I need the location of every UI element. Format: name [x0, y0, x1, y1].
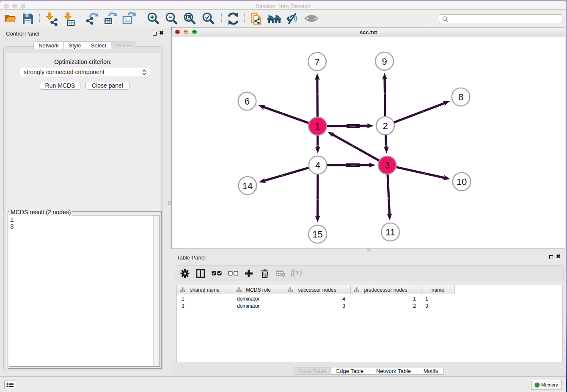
svg-text:15: 15	[312, 229, 322, 240]
svg-text:9: 9	[382, 56, 387, 66]
svg-text:3: 3	[385, 160, 390, 171]
svg-text:4: 4	[315, 160, 320, 171]
svg-text:10: 10	[457, 177, 467, 187]
svg-text:11: 11	[385, 227, 395, 237]
svg-text:14: 14	[242, 180, 253, 191]
svg-text:6: 6	[245, 96, 250, 107]
svg-text:7: 7	[314, 56, 319, 67]
svg-text:2: 2	[383, 121, 388, 131]
svg-text:8: 8	[458, 92, 463, 102]
svg-text:1: 1	[315, 121, 320, 132]
